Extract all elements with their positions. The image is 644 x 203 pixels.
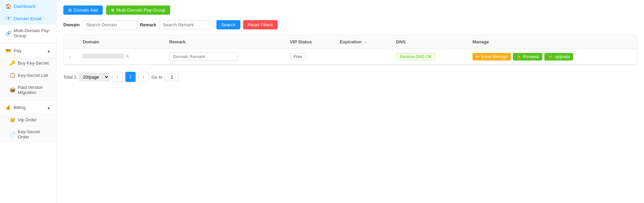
domain-add-icon: ⊕ — [68, 8, 72, 13]
search-button-label: Search — [221, 22, 235, 27]
domain-email-icon: 📧 — [5, 16, 11, 21]
vip-order-icon: 👑 — [10, 117, 15, 122]
multi-domain-add-icon: ⊕ — [111, 8, 115, 13]
vip-status-badge: Free — [290, 53, 306, 60]
goto-page-input[interactable] — [165, 73, 179, 81]
row-expand-cell: › — [64, 49, 77, 65]
billing-group-icon: 💰 — [5, 105, 11, 110]
key-secret-order-icon: 📄 — [10, 132, 15, 137]
manage-buttons: ✉ Email Manage 🔒 Renewal 🔒 upgrade — [472, 53, 631, 60]
sidebar-item-paid-migration-label: Paid Version Migration — [18, 85, 51, 95]
sidebar-billing-sub: 👑 Vip Order 📄 Key-Secret Order — [0, 113, 56, 143]
sidebar-item-multi-domain[interactable]: 🔗 Multi-Domain Pay-Group — [0, 25, 56, 42]
domain-remark-input[interactable] — [169, 52, 238, 61]
th-manage: Manage — [467, 35, 637, 49]
domain-blurred-container: ⎘ — [83, 54, 129, 59]
filter-row: Domain Remark Search Reset Filters — [63, 20, 637, 29]
row-dns-cell: Receive DNS OK — [391, 49, 467, 65]
renewal-icon: 🔒 — [516, 54, 521, 59]
sidebar-pay-sub: 🔑 Buy Key-Secret 📋 Key-Secret List 📦 Pai… — [0, 57, 56, 98]
pagination-total-label: Total 1 — [63, 75, 76, 80]
sidebar-item-buy-key-secret[interactable]: 🔑 Buy Key-Secret — [0, 57, 56, 69]
sidebar-item-key-secret-order-label: Key-Secret Order — [18, 129, 51, 139]
th-dns: DNS — [391, 35, 467, 49]
row-expand-icon[interactable]: › — [69, 54, 71, 59]
upgrade-label: upgrade — [555, 54, 570, 59]
search-remark-input[interactable] — [159, 20, 214, 29]
pay-group-icon: 💳 — [5, 48, 11, 53]
page-1-button[interactable]: 1 — [125, 72, 136, 82]
multi-domain-pay-group-label: Multi-Domain Pay-Group — [116, 8, 165, 13]
sidebar-divider-1 — [0, 43, 56, 43]
sidebar-item-key-secret-list[interactable]: 📋 Key-Secret List — [0, 69, 56, 81]
sidebar-item-domain-email-label: Domain Email — [14, 16, 41, 21]
renewal-button[interactable]: 🔒 Renewal — [513, 53, 543, 60]
toolbar: ⊕ Domain Add ⊕ Multi-Domain Pay-Group — [63, 5, 637, 15]
email-manage-label: Email Manage — [481, 54, 507, 59]
prev-page-button[interactable]: ‹ — [112, 72, 123, 82]
table-row: › ⎘ Free — [64, 49, 637, 65]
sidebar-group-pay[interactable]: 💳 Pay ▲ — [0, 45, 56, 57]
sidebar-item-buy-key-secret-label: Buy Key-Secret — [18, 60, 49, 66]
copy-domain-icon[interactable]: ⎘ — [126, 54, 129, 59]
upgrade-button[interactable]: 🔒 upgrade — [544, 53, 573, 60]
search-button[interactable]: Search — [216, 20, 240, 29]
row-domain-cell: ⎘ — [77, 49, 164, 65]
page-size-select[interactable]: 20/page 50/page 100/page — [79, 73, 110, 81]
row-manage-cell: ✉ Email Manage 🔒 Renewal 🔒 upgrade — [467, 49, 637, 65]
multi-domain-icon: 🔗 — [5, 30, 11, 36]
remark-filter-label: Remark — [140, 22, 156, 27]
row-remark-cell — [164, 49, 284, 65]
domain-filter-label: Domain — [63, 22, 80, 27]
billing-group-chevron-icon: ▲ — [47, 106, 51, 110]
goto-label: Go to — [151, 75, 162, 80]
domain-add-button[interactable]: ⊕ Domain Add — [63, 5, 103, 15]
renewal-label: Renewal — [523, 54, 539, 59]
sidebar-item-dashboard[interactable]: 🏠 Dashboard — [0, 0, 56, 12]
reset-filters-button[interactable]: Reset Filters — [243, 20, 278, 29]
domain-add-label: Domain Add — [74, 8, 98, 13]
th-remark: Remark — [164, 35, 284, 49]
sort-icon[interactable]: ↕ — [364, 40, 366, 44]
sidebar: 🏠 Dashboard 📧 Domain Email 🔗 Multi-Domai… — [0, 0, 56, 203]
paid-migration-icon: 📦 — [10, 87, 15, 93]
reset-filters-label: Reset Filters — [248, 22, 273, 27]
dashboard-icon: 🏠 — [5, 3, 11, 9]
multi-domain-pay-group-button[interactable]: ⊕ Multi-Domain Pay-Group — [106, 5, 170, 15]
domain-table-wrapper: Domain Remark VIP Status Expiration ↕ — [63, 35, 637, 65]
sidebar-item-domain-email[interactable]: 📧 Domain Email — [0, 12, 56, 25]
th-expand — [64, 35, 77, 49]
upgrade-icon: 🔒 — [548, 54, 553, 59]
sidebar-item-key-secret-order[interactable]: 📄 Key-Secret Order — [0, 126, 56, 143]
sidebar-item-vip-order[interactable]: 👑 Vip Order — [0, 113, 56, 126]
search-domain-input[interactable] — [83, 20, 137, 29]
sidebar-divider-2 — [0, 100, 56, 100]
th-domain: Domain — [77, 35, 164, 49]
main-content: ⊕ Domain Add ⊕ Multi-Domain Pay-Group Do… — [56, 0, 644, 203]
email-icon: ✉ — [476, 54, 479, 59]
pagination: Total 1 20/page 50/page 100/page ‹ 1 › G… — [63, 72, 637, 82]
email-manage-button[interactable]: ✉ Email Manage — [472, 53, 511, 60]
content-area: ⊕ Domain Add ⊕ Multi-Domain Pay-Group Do… — [56, 0, 644, 203]
th-expiration: Expiration ↕ — [334, 35, 391, 49]
domain-blurred-text — [83, 54, 124, 58]
key-secret-list-icon: 📋 — [10, 72, 15, 78]
domain-table: Domain Remark VIP Status Expiration ↕ — [64, 35, 637, 65]
pay-group-chevron-icon: ▲ — [47, 49, 51, 53]
table-header-row: Domain Remark VIP Status Expiration ↕ — [64, 35, 637, 49]
sidebar-item-vip-order-label: Vip Order — [18, 117, 37, 122]
sidebar-group-billing-label: Billing — [14, 105, 26, 110]
th-vip-status: VIP Status — [285, 35, 334, 49]
next-page-button[interactable]: › — [138, 72, 149, 82]
sidebar-item-paid-version-migration[interactable]: 📦 Paid Version Migration — [0, 81, 56, 98]
dns-status-badge: Receive DNS OK — [396, 53, 435, 60]
sidebar-item-multi-domain-label: Multi-Domain Pay-Group — [14, 28, 51, 38]
sidebar-group-billing[interactable]: 💰 Billing ▲ — [0, 102, 56, 113]
row-vip-status-cell: Free — [285, 49, 334, 65]
row-expiration-cell — [334, 49, 391, 65]
sidebar-item-key-secret-list-label: Key-Secret List — [18, 73, 48, 78]
buy-key-secret-icon: 🔑 — [10, 60, 15, 66]
sidebar-item-dashboard-label: Dashboard — [14, 4, 36, 9]
sidebar-group-pay-label: Pay — [14, 48, 21, 53]
